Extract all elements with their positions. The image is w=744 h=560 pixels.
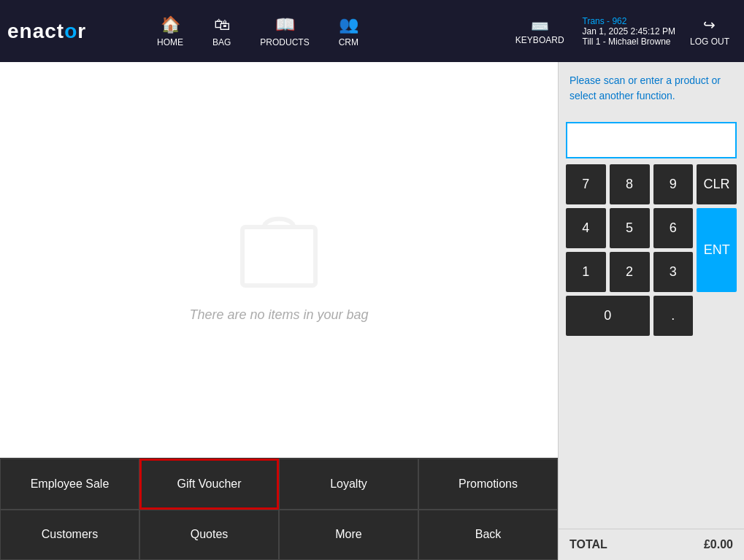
keyboard-icon: ⌨️ [531, 18, 549, 35]
numpad-7[interactable]: 7 [566, 164, 606, 204]
logout-icon: ↪ [703, 16, 716, 34]
logo-dot: o [64, 20, 77, 43]
quotes-button[interactable]: Quotes [139, 510, 279, 561]
logo-suffix: r [77, 20, 86, 43]
bag-area: There are no items in your bag Employee … [0, 62, 558, 560]
nav-bag[interactable]: 🛍 BAG [202, 12, 242, 51]
right-panel: Please scan or enter a product or select… [558, 62, 744, 560]
header: enactor 🏠 HOME 🛍 BAG 📖 PRODUCTS 👥 CRM ⌨️… [0, 0, 744, 62]
numpad-decimal[interactable]: . [653, 296, 694, 336]
logo-text: enact [7, 20, 64, 43]
keyboard-label: KEYBOARD [515, 35, 564, 45]
bag-empty-icon [231, 198, 326, 293]
nav-crm-label: CRM [339, 37, 358, 47]
logout-label: LOG OUT [690, 37, 729, 47]
bag-content: There are no items in your bag [0, 62, 558, 458]
numpad-ent[interactable]: ENT [697, 208, 737, 292]
gift-voucher-button[interactable]: Gift Voucher [139, 459, 279, 510]
total-row: TOTAL £0.00 [559, 529, 744, 560]
products-icon: 📖 [275, 15, 295, 34]
numpad-3[interactable]: 3 [653, 252, 694, 292]
numpad-input[interactable] [566, 122, 737, 158]
nav-bag-label: BAG [212, 37, 231, 47]
more-button[interactable]: More [279, 510, 418, 561]
total-value: £0.00 [704, 538, 733, 551]
back-button[interactable]: Back [418, 510, 558, 561]
promotions-button[interactable]: Promotions [418, 459, 558, 510]
bottom-buttons: Employee Sale Gift Voucher Loyalty Promo… [0, 458, 558, 560]
nav-items: 🏠 HOME 🛍 BAG 📖 PRODUCTS 👥 CRM [146, 12, 505, 51]
trans-info: Trans - 962 Jan 1, 2025 2:45:12 PM Till … [583, 16, 675, 47]
till-label: Till 1 - Michael Browne [583, 37, 671, 47]
numpad-0[interactable]: 0 [566, 296, 650, 336]
prompt-text: Please scan or enter a product or select… [559, 62, 744, 115]
date-label: Jan 1, 2025 2:45:12 PM [583, 26, 675, 37]
nav-home[interactable]: 🏠 HOME [146, 12, 194, 51]
bag-icon: 🛍 [214, 15, 230, 34]
keyboard-section[interactable]: ⌨️ KEYBOARD [505, 14, 575, 49]
numpad-8[interactable]: 8 [610, 164, 650, 204]
numpad-4[interactable]: 4 [566, 208, 606, 248]
nav-crm[interactable]: 👥 CRM [328, 12, 369, 51]
home-icon: 🏠 [161, 15, 180, 34]
loyalty-button[interactable]: Loyalty [279, 459, 418, 510]
numpad-1[interactable]: 1 [566, 252, 606, 292]
numpad-grid: 7 8 9 CLR 4 5 6 ENT 1 2 3 0 . [566, 164, 737, 336]
svg-rect-0 [242, 227, 315, 285]
numpad-9[interactable]: 9 [653, 164, 694, 204]
nav-products-label: PRODUCTS [260, 37, 309, 47]
nav-products[interactable]: 📖 PRODUCTS [249, 12, 320, 51]
numpad-clr[interactable]: CLR [697, 164, 737, 204]
numpad-2[interactable]: 2 [610, 252, 650, 292]
customers-button[interactable]: Customers [0, 510, 139, 561]
nav-home-label: HOME [157, 37, 183, 47]
numpad-6[interactable]: 6 [653, 208, 694, 248]
empty-bag-text: There are no items in your bag [189, 307, 368, 323]
employee-sale-button[interactable]: Employee Sale [0, 459, 139, 510]
trans-label: Trans - 962 [583, 16, 627, 26]
crm-icon: 👥 [339, 15, 358, 34]
logo: enactor [7, 20, 124, 43]
logout-button[interactable]: ↪ LOG OUT [683, 12, 737, 50]
main-container: There are no items in your bag Employee … [0, 62, 744, 560]
numpad-container: 7 8 9 CLR 4 5 6 ENT 1 2 3 0 . [559, 115, 744, 529]
numpad-5[interactable]: 5 [610, 208, 650, 248]
total-label: TOTAL [569, 538, 607, 551]
